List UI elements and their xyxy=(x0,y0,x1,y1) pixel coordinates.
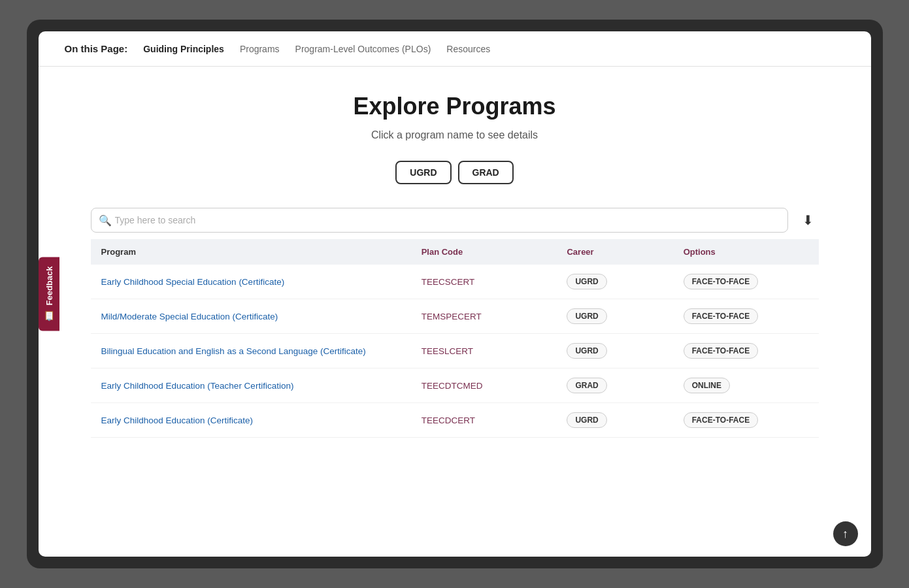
col-header-plan-code: Plan Code xyxy=(411,239,557,265)
career-badge: GRAD xyxy=(567,378,606,393)
col-header-career: Career xyxy=(556,239,672,265)
nav-link-programs[interactable]: Programs xyxy=(240,44,280,54)
plan-code-cell: TEESLCERT xyxy=(411,334,557,368)
options-badge: FACE-TO-FACE xyxy=(684,343,758,359)
programs-table: Program Plan Code Career Options Early C… xyxy=(91,239,819,438)
table-row: Mild/Moderate Special Education (Certifi… xyxy=(91,299,819,334)
table-row: Early Childhood Special Education (Certi… xyxy=(91,265,819,299)
plan-code-cell: TEMSPECERT xyxy=(411,299,557,334)
nav-link-resources[interactable]: Resources xyxy=(446,44,490,54)
main-content: Explore Programs Click a program name to… xyxy=(39,67,871,451)
options-badge: FACE-TO-FACE xyxy=(684,274,758,289)
download-icon: ⬇ xyxy=(802,213,814,227)
screen: 📋 Feedback On this Page: Guiding Princip… xyxy=(39,31,871,557)
feedback-tab[interactable]: 📋 Feedback xyxy=(39,257,59,331)
page-subtitle: Click a program name to see details xyxy=(91,129,819,141)
nav-link-plos[interactable]: Program-Level Outcomes (PLOs) xyxy=(295,44,431,54)
nav-link-guiding-principles[interactable]: Guiding Principles xyxy=(143,44,224,54)
col-header-options: Options xyxy=(673,239,819,265)
program-link[interactable]: Early Childhood Education (Certificate) xyxy=(101,416,254,425)
table-header: Program Plan Code Career Options xyxy=(91,239,819,265)
page-title: Explore Programs xyxy=(91,93,819,120)
search-input[interactable] xyxy=(91,208,788,233)
options-badge: FACE-TO-FACE xyxy=(684,308,758,324)
on-this-page-label: On this Page: xyxy=(65,43,128,54)
device-frame: 📋 Feedback On this Page: Guiding Princip… xyxy=(27,20,883,568)
search-container: 🔍 xyxy=(91,208,788,233)
program-link[interactable]: Bilingual Education and English as a Sec… xyxy=(101,346,366,356)
col-header-program: Program xyxy=(91,239,411,265)
feedback-icon: 📋 xyxy=(44,310,54,321)
search-icon: 🔍 xyxy=(99,214,112,227)
table-row: Early Childhood Education (Teacher Certi… xyxy=(91,368,819,403)
career-badge: UGRD xyxy=(567,308,606,324)
top-nav: On this Page: Guiding Principles Program… xyxy=(39,31,871,67)
program-link[interactable]: Mild/Moderate Special Education (Certifi… xyxy=(101,312,278,321)
program-link[interactable]: Early Childhood Education (Teacher Certi… xyxy=(101,381,294,391)
options-badge: ONLINE xyxy=(684,378,730,393)
plan-code-cell: TEECSCERT xyxy=(411,265,557,299)
program-link[interactable]: Early Childhood Special Education (Certi… xyxy=(101,277,285,287)
scroll-top-button[interactable]: ↑ xyxy=(833,521,858,546)
scroll-top-icon: ↑ xyxy=(842,527,848,541)
plan-code-cell: TEECDTCMED xyxy=(411,368,557,403)
nav-links: Guiding Principles Programs Program-Leve… xyxy=(143,44,490,54)
download-button[interactable]: ⬇ xyxy=(797,210,819,231)
filter-buttons: UGRD GRAD xyxy=(91,161,819,184)
feedback-label: Feedback xyxy=(44,267,54,306)
plan-code-cell: TEECDCERT xyxy=(411,403,557,438)
options-badge: FACE-TO-FACE xyxy=(684,412,758,428)
filter-grad-button[interactable]: GRAD xyxy=(458,161,514,184)
table-row: Bilingual Education and English as a Sec… xyxy=(91,334,819,368)
table-body: Early Childhood Special Education (Certi… xyxy=(91,265,819,438)
career-badge: UGRD xyxy=(567,274,606,289)
table-row: Early Childhood Education (Certificate)T… xyxy=(91,403,819,438)
search-row: 🔍 ⬇ xyxy=(91,208,819,233)
filter-ugrd-button[interactable]: UGRD xyxy=(395,161,451,184)
career-badge: UGRD xyxy=(567,412,606,428)
career-badge: UGRD xyxy=(567,343,606,359)
